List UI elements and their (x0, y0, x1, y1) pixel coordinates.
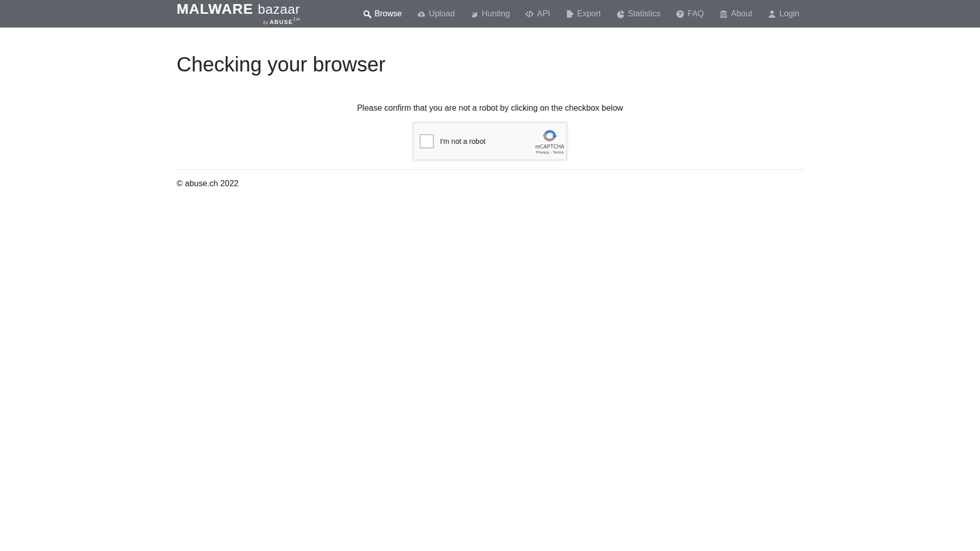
nav-item-about[interactable]: About (715, 5, 756, 22)
recaptcha-checkbox-label: I'm not a robot (440, 137, 485, 145)
landmark-icon (719, 10, 728, 18)
nav-item-label: Upload (429, 9, 455, 18)
nav-item-login[interactable]: Login (764, 5, 803, 22)
captcha-instruction: Please confirm that you are not a robot … (177, 104, 803, 113)
main-content: Checking your browser Please confirm tha… (169, 52, 811, 188)
nav-item-label: Login (779, 9, 799, 18)
nav-item-label: Statistics (628, 9, 660, 18)
nav-item-label: About (731, 9, 752, 18)
nav-item-faq[interactable]: ? FAQ (672, 5, 708, 22)
recaptcha-branding: reCAPTCHA Privacy - Terms (535, 128, 565, 155)
nav-item-export[interactable]: Export (561, 5, 605, 22)
brand-logo[interactable]: MALWARE bazaar byABUSEch (177, 2, 300, 26)
user-icon (768, 10, 776, 18)
recaptcha-checkbox[interactable] (420, 134, 434, 148)
copyright-text: © abuse.ch 2022 (177, 170, 803, 188)
search-icon (363, 10, 372, 18)
nav-item-hunting[interactable]: Hunting (466, 5, 514, 22)
recaptcha-terms: Privacy - Terms (536, 150, 564, 155)
nav-item-statistics[interactable]: Statistics (612, 5, 665, 22)
nav-item-label: Hunting (482, 9, 510, 18)
brand-title-secondary: bazaar (258, 3, 300, 16)
pie-chart-icon (616, 10, 625, 18)
recaptcha-terms-link[interactable]: Terms (553, 150, 564, 155)
recaptcha-logo-text: reCAPTCHA (535, 144, 565, 149)
file-export-icon (566, 10, 574, 18)
recaptcha-privacy-link[interactable]: Privacy (536, 150, 549, 155)
nav-item-label: Export (577, 9, 601, 18)
recaptcha-widget: I'm not a robot reCAPTCHA Privacy - Term… (413, 122, 567, 160)
nav-item-label: Browse (375, 9, 402, 18)
nav-item-browse[interactable]: Browse (359, 5, 406, 22)
top-navbar: MALWARE bazaar byABUSEch Browse Upload (0, 0, 980, 28)
captcha-row: I'm not a robot reCAPTCHA Privacy - Term… (177, 122, 803, 160)
recaptcha-logo-icon (542, 128, 557, 143)
brand-byline: byABUSEch (177, 17, 300, 26)
brand-title-primary: MALWARE (177, 2, 253, 16)
cat-icon (470, 10, 479, 18)
nav-item-api[interactable]: API (521, 5, 554, 22)
question-circle-icon: ? (676, 10, 684, 18)
nav-item-label: FAQ (688, 9, 704, 18)
page-title: Checking your browser (177, 52, 803, 77)
cloud-upload-icon (417, 10, 426, 18)
nav-item-upload[interactable]: Upload (413, 5, 459, 22)
svg-text:?: ? (678, 11, 682, 17)
main-nav: Browse Upload Hunting API (352, 5, 803, 22)
recaptcha-terms-separator: - (550, 150, 552, 155)
code-icon (525, 10, 534, 18)
nav-item-label: API (537, 9, 550, 18)
